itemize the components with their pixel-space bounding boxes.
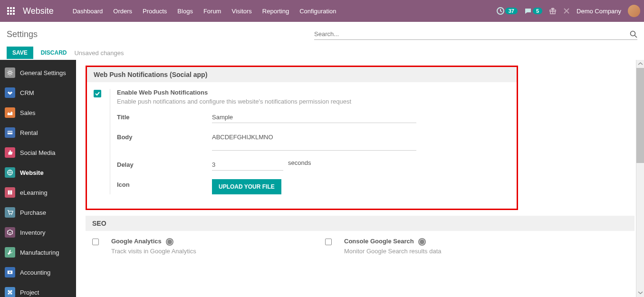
svg-rect-7 [10,13,12,15]
save-button[interactable]: SAVE [7,47,33,59]
vertical-scrollbar[interactable] [636,60,644,297]
card-icon [5,127,15,138]
nav-products[interactable]: Products [138,4,172,19]
push-body-row: Body [117,132,510,151]
content-area[interactable]: Web Push Notifications (Social app) Enab… [76,60,644,297]
gear-icon [5,67,15,78]
svg-rect-3 [7,10,9,12]
svg-rect-0 [7,7,9,9]
push-title-label: Title [117,112,212,121]
cart-icon [5,207,15,218]
sidebar-item-crm[interactable]: CRM [0,83,76,103]
push-enable-checkbox[interactable] [94,90,101,97]
apps-launcher-icon[interactable] [4,4,18,18]
scroll-up-icon[interactable] [636,60,644,68]
sidebar-item-social-media[interactable]: Social Media [0,143,76,163]
box-icon [5,227,15,238]
book-icon [5,187,15,198]
push-title-row: Title [117,112,510,123]
push-body-label: Body [117,132,212,141]
company-name[interactable]: Demo Company [577,8,621,15]
chat-icon [524,7,532,15]
subheader: Settings [0,22,644,43]
sidebar-item-rental[interactable]: Rental [0,123,76,143]
nav-dashboard[interactable]: Dashboard [68,4,108,19]
gsc-content: Console Google Search Monitor Google Sea… [341,238,539,261]
push-delay-input[interactable] [212,159,283,171]
upload-file-button[interactable]: UPLOAD YOUR FILE [212,179,281,194]
gsc-title-text: Console Google Search [344,238,414,245]
messages-indicator[interactable]: 5 [524,7,542,15]
sidebar-item-general-settings[interactable]: General Settings [0,63,76,83]
sidebar-item-elearning[interactable]: eLearning [0,182,76,202]
svg-point-16 [11,214,12,215]
push-icon-label: Icon [117,179,212,188]
nav-configuration[interactable]: Configuration [295,4,341,19]
sidebar-item-label: Social Media [20,149,55,156]
gsc-checkbox[interactable] [325,239,332,245]
sidebar-item-label: CRM [20,89,34,96]
push-enable-checkbox-col [94,89,110,194]
svg-rect-8 [13,13,15,15]
thumb-icon [5,147,15,158]
clock-icon [497,7,504,15]
seo-ga-item: Google Analytics Track visits in Google … [92,238,306,261]
discard-button[interactable]: DISCARD [41,49,67,56]
app-brand[interactable]: Website [23,6,54,16]
gsc-desc: Monitor Google Search results data [344,248,539,255]
wrench-icon [5,247,15,258]
seo-section: SEO Google Analytics Track visits in Goo… [86,216,634,268]
nav-orders[interactable]: Orders [108,4,137,19]
close-icon[interactable] [563,8,570,14]
push-icon-row: Icon UPLOAD YOUR FILE [117,179,510,194]
svg-point-15 [9,214,10,215]
push-title-input[interactable] [212,112,416,123]
sidebar-item-website[interactable]: Website [0,163,76,182]
scroll-down-icon[interactable] [636,289,644,297]
gsc-checkbox-col [325,238,341,261]
sidebar-item-label: Sales [20,109,36,116]
push-enable-row: Enable Web Push Notifications Enable pus… [87,82,517,194]
nav-menu: Dashboard Orders Products Blogs Forum Vi… [68,4,497,19]
sidebar-item-manufacturing[interactable]: Manufacturing [0,242,76,262]
sidebar-item-sales[interactable]: Sales [0,103,76,123]
svg-rect-2 [13,7,15,9]
sidebar-item-project[interactable]: Project [0,282,76,297]
globe-icon[interactable] [418,238,426,246]
seo-section-header: SEO [86,216,634,231]
nav-forum[interactable]: Forum [199,4,226,19]
seo-grid: Google Analytics Track visits in Google … [86,231,634,268]
sidebar-item-inventory[interactable]: Inventory [0,222,76,242]
user-avatar[interactable] [628,5,640,17]
search-input[interactable] [314,29,630,39]
sidebar-item-accounting[interactable]: Accounting [0,262,76,282]
globe-icon [5,167,15,178]
ga-desc: Track visits in Google Analytics [111,248,306,255]
push-body-input[interactable] [212,132,416,151]
push-enable-desc: Enable push notifications and configure … [117,98,510,105]
ga-title: Google Analytics [111,238,306,246]
nav-blogs[interactable]: Blogs [173,4,198,19]
ga-checkbox[interactable] [92,239,99,245]
gift-icon[interactable] [549,7,557,15]
handshake-icon [5,87,15,98]
body-area: General SettingsCRMSalesRentalSocial Med… [0,60,644,297]
gsc-title: Console Google Search [344,238,539,246]
activity-indicator[interactable]: 37 [497,7,518,15]
seo-gsc-item: Console Google Search Monitor Google Sea… [325,238,539,261]
ga-title-text: Google Analytics [111,238,162,245]
topbar: Website Dashboard Orders Products Blogs … [0,0,644,22]
settings-sidebar[interactable]: General SettingsCRMSalesRentalSocial Med… [0,60,76,297]
search-container [314,29,637,40]
sidebar-item-label: Project [20,289,39,296]
sidebar-item-label: Inventory [20,229,45,236]
svg-rect-13 [8,132,13,133]
puzzle-icon [5,287,15,297]
highlight-box: Web Push Notifications (Social app) Enab… [86,66,518,210]
nav-visitors[interactable]: Visitors [227,4,256,19]
sidebar-item-purchase[interactable]: Purchase [0,202,76,222]
scrollbar-thumb[interactable] [636,68,644,163]
search-icon[interactable] [630,30,637,38]
globe-icon[interactable] [166,238,173,246]
nav-reporting[interactable]: Reporting [258,4,294,19]
